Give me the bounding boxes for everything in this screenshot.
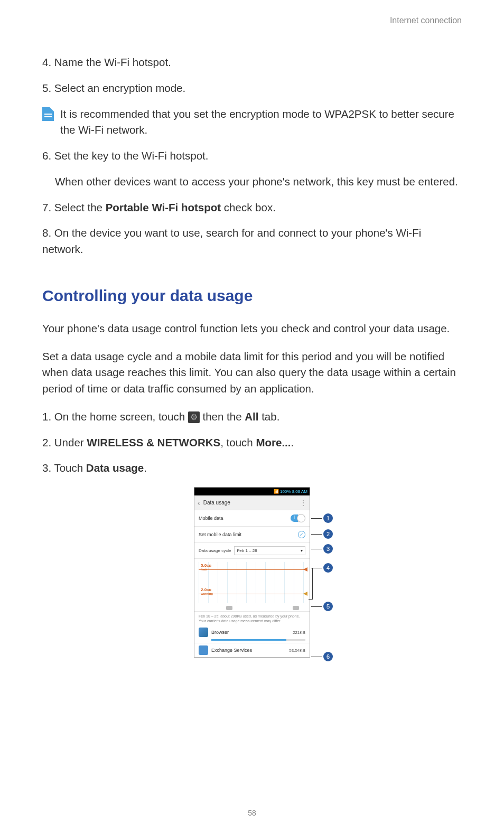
menu-icon[interactable]: ⋮: [300, 499, 306, 507]
para-2: Set a data usage cycle and a mobile data…: [42, 349, 462, 397]
header-label: Internet connection: [42, 16, 462, 25]
step-4: 4. Name the Wi-Fi hotspot.: [42, 54, 462, 71]
app-row-browser[interactable]: Browser 221KB: [194, 625, 310, 639]
cycle-dropdown[interactable]: Feb 1 – 28 ▾: [234, 546, 305, 555]
callout-1: 1: [311, 513, 333, 523]
para-1: Your phone's data usage control function…: [42, 321, 462, 337]
note-text: It is recommended that you set the encry…: [60, 106, 462, 139]
callout-4: 4: [311, 563, 333, 573]
cycle-value: Feb 1 – 28: [237, 548, 257, 553]
status-bar: 📶 100% 8:08 AM: [194, 488, 310, 495]
back-icon[interactable]: ‹: [198, 499, 200, 507]
s22-pre: 2. Under: [42, 436, 87, 448]
app1-name: Browser: [211, 630, 290, 635]
settings-icon: [188, 411, 200, 423]
note-icon: [42, 107, 54, 121]
mobile-data-row[interactable]: Mobile data: [194, 510, 310, 527]
app2-size: 53.54KB: [289, 648, 305, 653]
s22-bold1: WIRELESS & NETWORKS: [87, 436, 220, 448]
s23-post: .: [144, 462, 147, 474]
s23-pre: 3. Touch: [42, 462, 86, 474]
page-number: 58: [248, 809, 256, 817]
chevron-down-icon: ▾: [301, 548, 303, 553]
step7-post: check box.: [221, 201, 276, 213]
mobile-data-label: Mobile data: [199, 516, 223, 521]
limit-bar[interactable]: [199, 569, 305, 570]
step2-3: 3. Touch Data usage.: [42, 460, 462, 476]
warn-handle[interactable]: [303, 592, 307, 596]
set-limit-row[interactable]: Set mobile data limit ✓: [194, 527, 310, 543]
s22-post: .: [291, 436, 294, 448]
range-slider[interactable]: [226, 606, 299, 610]
step-5: 5. Select an encryption mode.: [42, 80, 462, 97]
slider-thumb-left[interactable]: [226, 606, 232, 610]
s21-bold: All: [245, 410, 258, 423]
step2-1: 1. On the home screen, touch then the Al…: [42, 409, 462, 425]
app-bar: ‹ Data usage ⋮: [194, 495, 310, 510]
chart-grid: 5.0GB limit 2.0GB warning: [199, 562, 305, 603]
s21-mid: then the: [200, 410, 245, 423]
callout-3: 3: [311, 544, 333, 554]
step-7: 7. Select the Portable Wi-Fi hotspot che…: [42, 200, 462, 216]
set-limit-check[interactable]: ✓: [298, 531, 305, 538]
app2-name: Exchange Services: [211, 648, 286, 653]
chart-area: 5.0GB limit 2.0GB warning: [194, 559, 310, 612]
phone-frame: 📶 100% 8:08 AM ‹ Data usage ⋮ Mobile dat…: [194, 487, 310, 658]
cycle-row: Data usage cycle Feb 1 – 28 ▾: [194, 543, 310, 559]
screenshot-container: 📶 100% 8:08 AM ‹ Data usage ⋮ Mobile dat…: [42, 487, 462, 658]
s21-post: tab.: [258, 410, 279, 423]
exchange-icon: [199, 645, 208, 655]
s22-bold2: More...: [256, 436, 291, 448]
app1-progress: [211, 639, 305, 641]
step7-bold: Portable Wi-Fi hotspot: [106, 201, 221, 213]
limit-handle[interactable]: [303, 567, 307, 572]
callout-2: 2: [311, 529, 333, 539]
note-row: It is recommended that you set the encry…: [42, 106, 462, 139]
s22-mid: , touch: [220, 436, 256, 448]
s23-bold: Data usage: [86, 462, 144, 474]
browser-icon: [199, 628, 208, 637]
s21-pre: 1. On the home screen, touch: [42, 410, 188, 423]
app1-size: 221KB: [293, 630, 305, 635]
warn-bar[interactable]: [199, 594, 305, 594]
step-8: 8. On the device you want to use, search…: [42, 225, 462, 258]
step-6: 6. Set the key to the Wi-Fi hotspot.: [42, 148, 462, 164]
slider-thumb-right[interactable]: [293, 606, 299, 610]
status-time: 100% 8:08 AM: [280, 489, 307, 494]
set-limit-label: Set mobile data limit: [199, 532, 241, 537]
step7-pre: 7. Select the: [42, 201, 106, 213]
callout-6: 6: [311, 652, 333, 661]
usage-note: Feb 18 – 25: about 290KB used, as measur…: [194, 612, 310, 625]
callout-4-line: [309, 568, 313, 600]
screen-title: Data usage: [203, 500, 230, 506]
step2-2: 2. Under WIRELESS & NETWORKS, touch More…: [42, 435, 462, 451]
cycle-label: Data usage cycle: [199, 548, 231, 553]
step-6b: When other devices want to access your p…: [42, 174, 462, 190]
app-row-exchange[interactable]: Exchange Services 53.54KB: [194, 643, 310, 657]
mobile-data-toggle[interactable]: [291, 514, 305, 522]
callout-5: 5: [311, 602, 333, 611]
section-title: Controlling your data usage: [42, 287, 462, 305]
